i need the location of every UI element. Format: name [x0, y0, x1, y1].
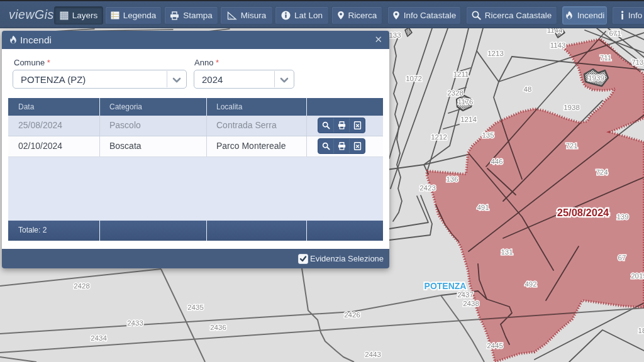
svg-text:2426: 2426 — [344, 311, 360, 319]
svg-text:1939: 1939 — [588, 74, 604, 82]
svg-text:2435: 2435 — [187, 304, 204, 311]
svg-text:18: 18 — [638, 327, 644, 334]
svg-text:711: 711 — [600, 54, 611, 62]
svg-text:133: 133 — [389, 31, 401, 39]
svg-text:1176: 1176 — [458, 98, 474, 106]
svg-text:2445: 2445 — [487, 342, 503, 349]
svg-text:48: 48 — [524, 85, 532, 93]
svg-text:2443: 2443 — [365, 351, 381, 358]
svg-text:2423: 2423 — [419, 184, 436, 192]
svg-text:446: 446 — [491, 158, 502, 165]
svg-text:139: 139 — [616, 213, 628, 221]
svg-text:1214: 1214 — [460, 116, 477, 123]
svg-text:1211: 1211 — [453, 70, 469, 78]
svg-text:2437: 2437 — [457, 291, 474, 299]
svg-text:2438: 2438 — [463, 300, 479, 307]
svg-text:135: 135 — [482, 131, 494, 139]
svg-text:2433: 2433 — [127, 319, 143, 327]
svg-text:2436: 2436 — [210, 324, 226, 331]
svg-text:491: 491 — [477, 204, 489, 211]
svg-text:1938: 1938 — [564, 104, 580, 111]
svg-text:721: 721 — [565, 142, 577, 150]
svg-text:131: 131 — [501, 248, 513, 256]
svg-text:136: 136 — [446, 175, 458, 183]
svg-text:2434: 2434 — [91, 334, 107, 342]
svg-text:POTENZA: POTENZA — [425, 281, 467, 291]
svg-text:1072: 1072 — [406, 75, 422, 82]
svg-text:1212: 1212 — [431, 133, 447, 141]
svg-text:2015: 2015 — [631, 272, 644, 280]
svg-text:1213: 1213 — [487, 50, 504, 57]
svg-text:7139: 7139 — [631, 58, 644, 66]
svg-text:671: 671 — [609, 30, 621, 37]
svg-text:25/08/2024: 25/08/2024 — [557, 207, 609, 218]
svg-text:2328: 2328 — [447, 89, 464, 97]
svg-text:67: 67 — [618, 254, 626, 261]
svg-text:492: 492 — [525, 280, 536, 288]
svg-text:2428: 2428 — [74, 282, 90, 290]
svg-text:1143: 1143 — [550, 41, 566, 49]
svg-text:724: 724 — [596, 168, 608, 176]
